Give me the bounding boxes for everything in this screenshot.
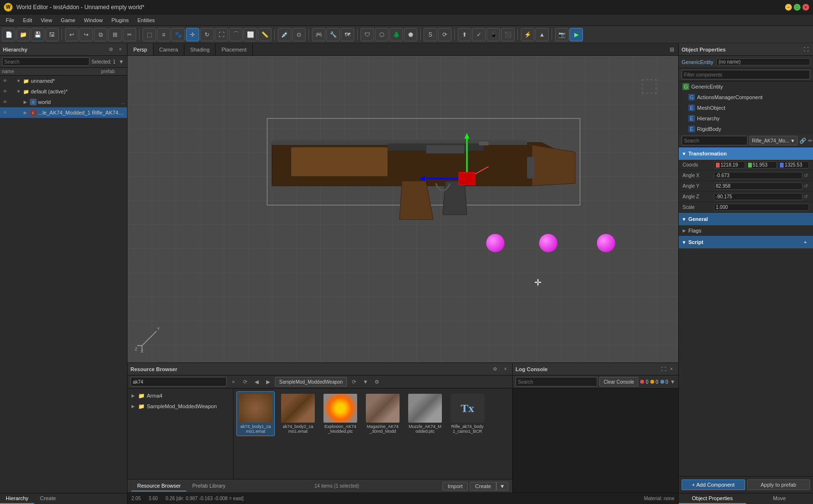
coord-x-value[interactable]: 1218.19 xyxy=(714,161,745,168)
add-component-button[interactable]: + Add Component xyxy=(682,479,745,490)
play-tool[interactable]: ▶ xyxy=(569,28,583,41)
menu-window[interactable]: Window xyxy=(80,16,106,24)
tree-item-world[interactable]: 👁 ▶ S world ... xyxy=(0,97,127,107)
lc-filter-icon[interactable]: ▼ xyxy=(670,379,675,385)
hierarchy-close-icon[interactable]: × xyxy=(116,46,124,53)
rb-close-icon[interactable]: × xyxy=(502,365,509,373)
menu-entities[interactable]: Entities xyxy=(134,16,159,24)
angle-x-value[interactable]: -0.673 xyxy=(714,172,802,179)
angle-z-value[interactable]: -90.175 xyxy=(714,193,802,200)
map-tool[interactable]: 🗺 xyxy=(341,28,354,41)
script-section-header[interactable]: ▼ Script + xyxy=(679,236,813,248)
curve-tool[interactable]: ⌒ xyxy=(229,28,243,41)
rb-refresh-icon[interactable]: ⟳ xyxy=(240,377,250,387)
lc-expand-icon[interactable]: ⛶ xyxy=(660,365,668,373)
op-prefab-select[interactable]: Rifle_AK74_Mo... ▼ xyxy=(749,136,798,145)
angle-x-reset-icon[interactable]: ↺ xyxy=(802,172,809,179)
file-thumb-5[interactable]: Tx Rifle_ak74_body1_camo1_BCR xyxy=(448,391,487,436)
paste-button[interactable]: ⊞ xyxy=(108,28,122,41)
menu-file[interactable]: File xyxy=(2,16,18,24)
expand-arrow-default[interactable]: ▼ xyxy=(16,89,21,94)
file-thumb-0[interactable]: ak74_body1_camo1.emat xyxy=(236,391,275,436)
eye-icon-rifle[interactable]: 👁 xyxy=(2,110,8,116)
eye-dropper[interactable]: 💉 xyxy=(278,28,291,41)
entity-tool[interactable]: ⬡ xyxy=(375,28,388,41)
maximize-button[interactable]: □ xyxy=(794,4,800,11)
rb-tree-item-samplemod[interactable]: ▶ 📁 SampleMod_ModdedWeapon xyxy=(128,401,233,412)
logo-tool[interactable]: ⬛ xyxy=(501,28,515,41)
log-console-search-input[interactable] xyxy=(516,377,597,387)
op-search-input[interactable] xyxy=(682,136,748,145)
fullscreen-tool[interactable]: ⛶ xyxy=(215,28,228,41)
op-link-icon[interactable]: 🔗 xyxy=(800,136,806,145)
rb-back-icon[interactable]: ◀ xyxy=(252,377,261,387)
file-thumb-2[interactable]: Explosion_AK74_Modded.ptc xyxy=(321,391,360,436)
create-button[interactable]: Create xyxy=(470,482,496,491)
minimize-button[interactable]: − xyxy=(785,4,792,11)
clear-console-button[interactable]: Clear Console xyxy=(599,377,638,387)
hierarchy-filter-icon[interactable]: ▼ xyxy=(117,58,125,65)
angle-y-reset-icon[interactable]: ↺ xyxy=(802,183,809,190)
create-dropdown-button[interactable]: ▼ xyxy=(496,482,508,491)
menu-edit[interactable]: Edit xyxy=(19,16,36,24)
comp-item-hierarchy[interactable]: E Hierarchy xyxy=(679,113,813,124)
expand-arrow-world[interactable]: ▶ xyxy=(24,100,28,104)
orbit-tool[interactable]: ⊙ xyxy=(292,28,306,41)
viewport-canvas[interactable]: ⬚ Y Z X ✛ xyxy=(128,56,678,362)
save-as-button[interactable]: 🖫 xyxy=(45,28,59,41)
entity-name-field[interactable]: (no name) xyxy=(716,58,810,65)
frame-tool[interactable]: ⬜ xyxy=(244,28,257,41)
rb-expand-samplemod[interactable]: ▶ xyxy=(131,404,136,409)
shield-tool[interactable]: 🛡 xyxy=(361,28,374,41)
angle-y-value[interactable]: 82.958 xyxy=(714,182,802,190)
angle-z-reset-icon[interactable]: ↺ xyxy=(802,194,809,200)
world-actions[interactable]: ... xyxy=(121,100,125,105)
layer-tool[interactable]: ≡ xyxy=(157,28,170,41)
tab-create[interactable]: Create xyxy=(34,493,62,504)
rb-settings-icon[interactable]: ⚙ xyxy=(491,365,499,373)
viewport-tab-persp[interactable]: Persp xyxy=(128,43,154,55)
resource-browser-path[interactable]: SampleMod_ModdedWeapon xyxy=(275,377,347,387)
scale-value[interactable]: 1.000 xyxy=(714,204,809,211)
mobile-tool[interactable]: 📱 xyxy=(487,28,500,41)
expand-arrow-rifle[interactable]: ▶ xyxy=(24,110,28,115)
rotate-tool[interactable]: ↻ xyxy=(200,28,214,41)
wrench-tool[interactable]: 🔧 xyxy=(326,28,340,41)
coord-y-value[interactable]: 51.953 xyxy=(746,161,777,168)
eye-icon-default[interactable]: 👁 xyxy=(2,89,8,94)
cut-button[interactable]: ✂ xyxy=(123,28,136,41)
op-tab-move[interactable]: Move xyxy=(746,493,813,504)
check-tool[interactable]: ✓ xyxy=(472,28,486,41)
measure-tool[interactable]: 📏 xyxy=(258,28,271,41)
viewport-tab-placement[interactable]: Placement xyxy=(216,43,253,55)
rb-tree-item-arma4[interactable]: ▶ 📁 Arma4 xyxy=(128,390,233,401)
close-button[interactable]: × xyxy=(802,4,809,11)
viewport-tab-shading[interactable]: Shading xyxy=(184,43,216,55)
op-expand-icon[interactable]: ⛶ xyxy=(802,46,810,53)
import-button[interactable]: Import xyxy=(442,482,468,491)
eye-icon-unnamed[interactable]: 👁 xyxy=(2,78,8,84)
comp-item-meshobject[interactable]: E MeshObject xyxy=(679,103,813,113)
refresh-tool[interactable]: ⟳ xyxy=(438,28,452,41)
op-edit-icon[interactable]: ✏ xyxy=(808,136,813,145)
paint-tool[interactable]: 🐾 xyxy=(171,28,185,41)
box-tool[interactable]: ⬚ xyxy=(142,28,156,41)
export-tool[interactable]: ⬆ xyxy=(458,28,471,41)
tree-tool[interactable]: 🌲 xyxy=(389,28,403,41)
comp-item-genericentity[interactable]: G GenericEntity xyxy=(679,81,813,92)
apply-to-prefab-button[interactable]: Apply to prefab xyxy=(747,479,811,490)
tab-prefab-library[interactable]: Prefab Library xyxy=(186,481,231,491)
lightning-tool[interactable]: ⚡ xyxy=(521,28,534,41)
comp-item-rigidbody[interactable]: E RigidBody xyxy=(679,124,813,134)
rock-tool[interactable]: ⬟ xyxy=(404,28,417,41)
move-tool[interactable]: ✛ xyxy=(186,28,199,41)
terrain-tool[interactable]: ▲ xyxy=(535,28,549,41)
tree-item-unnamed[interactable]: 👁 ▼ 📁 unnamed* xyxy=(0,76,127,86)
lc-close-icon[interactable]: × xyxy=(668,365,675,373)
op-filter-input[interactable] xyxy=(682,70,810,79)
coord-z-value[interactable]: 1325.53 xyxy=(778,161,809,168)
eye-icon-world[interactable]: 👁 xyxy=(2,99,8,105)
tab-hierarchy[interactable]: Hierarchy xyxy=(0,493,34,504)
hierarchy-search-input[interactable] xyxy=(2,57,90,66)
expand-arrow-unnamed[interactable]: ▼ xyxy=(16,78,21,83)
